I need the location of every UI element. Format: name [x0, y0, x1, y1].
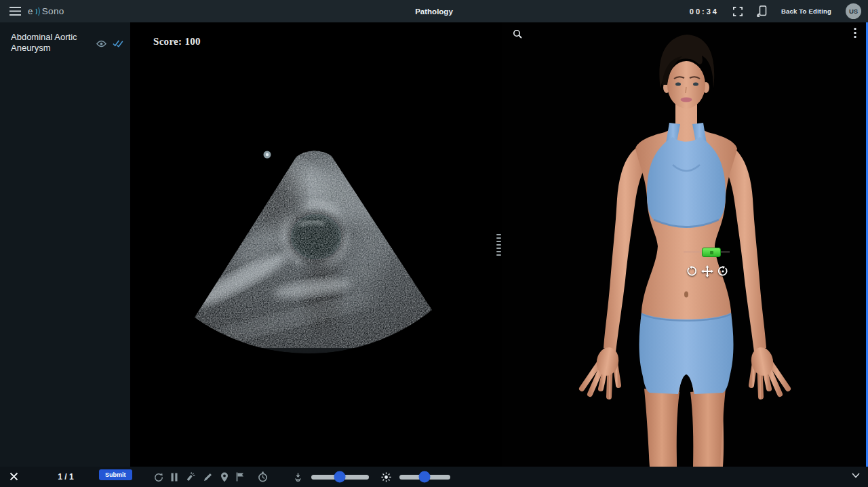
flag-button[interactable]	[236, 472, 244, 482]
bottom-bar: 1 / 1 Submit	[0, 467, 868, 487]
probe-indicator[interactable]	[702, 248, 721, 257]
eye-icon	[96, 40, 106, 47]
pause-icon	[171, 473, 178, 482]
depth-icon	[293, 472, 303, 482]
submit-button[interactable]: Submit	[99, 469, 132, 480]
visibility-toggle[interactable]	[96, 33, 106, 54]
score-label: Score: 100	[153, 36, 201, 47]
kebab-menu-icon	[854, 28, 856, 39]
rotate-ccw-button[interactable]	[686, 265, 697, 277]
ultrasound-image	[130, 22, 498, 467]
case-title: Abdominal Aortic Aneurysm	[11, 32, 96, 54]
pen-button[interactable]	[203, 472, 213, 482]
pen-icon	[203, 472, 213, 482]
case-icons	[96, 33, 123, 54]
playback-toolbar	[154, 467, 268, 487]
pause-button[interactable]	[171, 473, 178, 482]
probe-marker-button[interactable]	[185, 471, 196, 482]
flag-icon	[236, 472, 244, 482]
user-avatar[interactable]: US	[846, 3, 861, 19]
session-timer: 00:34	[690, 7, 719, 16]
brightness-slider[interactable]	[399, 475, 450, 480]
location-pin-icon	[220, 472, 229, 482]
restart-button[interactable]	[154, 472, 163, 482]
fullscreen-icon	[733, 7, 743, 16]
top-bar: e Sono Pathology 00:34 Back To Editing U…	[0, 0, 868, 22]
probe-orientation-mark	[710, 251, 713, 254]
move-probe-button[interactable]	[701, 265, 713, 277]
hamburger-menu-button[interactable]	[9, 7, 21, 16]
panel-menu-button[interactable]	[854, 28, 856, 39]
model-panel	[502, 22, 868, 467]
close-button[interactable]	[9, 472, 18, 481]
mobile-connect-icon	[757, 5, 767, 17]
brightness-icon	[381, 472, 391, 482]
ultrasound-fan	[171, 131, 456, 353]
logo-text-e: e	[28, 6, 33, 16]
timer-button[interactable]	[258, 471, 268, 482]
completed-indicator	[113, 33, 123, 54]
move-icon	[701, 265, 713, 277]
stopwatch-icon	[258, 471, 268, 482]
pin-button[interactable]	[220, 472, 229, 482]
double-check-icon	[113, 39, 123, 47]
page-indicator: 1 / 1	[49, 472, 83, 482]
depth-control	[293, 467, 369, 487]
fullscreen-button[interactable]	[733, 7, 743, 16]
mobile-connect-button[interactable]	[757, 5, 767, 17]
rotate-cw-button[interactable]	[717, 265, 728, 277]
sound-wave-icon	[35, 7, 41, 16]
magnifier-icon	[513, 29, 522, 39]
brightness-slider-thumb[interactable]	[418, 471, 430, 483]
topbar-right-group: 00:34 Back To Editing US	[690, 0, 861, 22]
zoom-button[interactable]	[513, 29, 522, 39]
depth-slider[interactable]	[311, 475, 369, 480]
ultrasound-panel: Score: 100	[130, 22, 498, 467]
brightness-control	[381, 467, 450, 487]
depth-slider-thumb[interactable]	[334, 471, 345, 483]
rotate-cw-icon	[717, 266, 728, 277]
refresh-icon	[154, 472, 163, 482]
rotate-ccw-icon	[686, 266, 697, 277]
patient-model[interactable]	[502, 22, 866, 467]
probe-marker-icon	[185, 471, 196, 482]
chevron-down-icon	[852, 473, 860, 478]
probe-controls	[686, 265, 728, 277]
orientation-marker	[264, 151, 271, 159]
panel-resize-handle[interactable]	[496, 234, 501, 256]
hamburger-icon	[9, 7, 21, 16]
sidebar-item-case[interactable]: Abdominal Aortic Aneurysm	[0, 22, 130, 61]
collapse-bar-button[interactable]	[852, 473, 860, 478]
back-to-editing-button[interactable]: Back To Editing	[781, 7, 831, 15]
sidebar: Abdominal Aortic Aneurysm	[0, 22, 130, 467]
close-icon	[9, 472, 18, 481]
app-logo: e Sono	[28, 6, 64, 16]
logo-text-sono: Sono	[42, 6, 64, 16]
